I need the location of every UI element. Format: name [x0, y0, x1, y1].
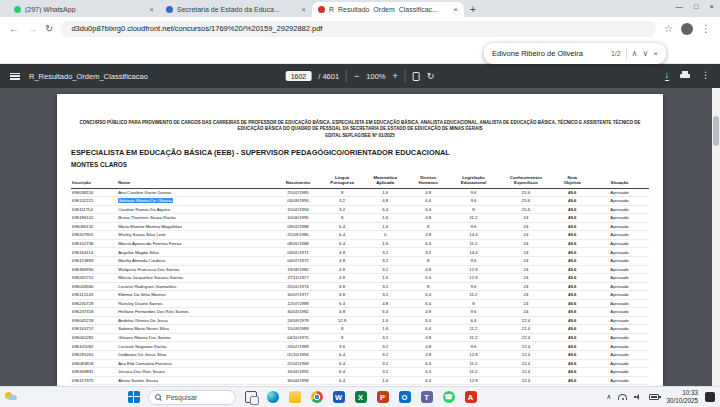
taskbar-app-excel-icon[interactable]: X — [353, 390, 368, 405]
tab-secretaria[interactable]: Secretaria de Estado da Educa... × — [160, 2, 312, 17]
close-window-button[interactable]: × — [710, 2, 714, 11]
zoom-in-button[interactable]: + — [393, 72, 398, 81]
table-cell: 6.4 — [321, 231, 363, 240]
taskbar-app-chrome-icon[interactable] — [309, 390, 324, 405]
table-cell: 22.4 — [498, 316, 555, 325]
bookmark-star-icon[interactable]: ☆ — [664, 24, 673, 34]
taskbar-app-edge-icon[interactable] — [265, 390, 280, 405]
table-cell: Aprovado — [590, 214, 649, 223]
table-row: 696132221Edivone Ribeiro De Oliveira03/0… — [71, 197, 649, 206]
taskbar-app-powerpoint-icon[interactable]: P — [375, 390, 390, 405]
table-cell: Marília Almeida Cardoso — [117, 256, 275, 265]
table-cell: 9.6 — [449, 222, 497, 231]
maximize-button[interactable]: □ — [694, 2, 699, 11]
table-cell: 696207901 — [71, 231, 117, 240]
table-cell: 4.8 — [321, 291, 363, 300]
notification-badge[interactable] — [705, 392, 715, 402]
task-view-glyph — [245, 391, 257, 403]
print-icon[interactable] — [680, 71, 690, 80]
table-cell: 6.4 — [407, 291, 449, 300]
taskbar-app-task-view-icon[interactable] — [243, 390, 258, 405]
excel-glyph: X — [355, 391, 367, 403]
table-cell: 11.2 — [449, 325, 497, 334]
download-icon[interactable]: ↓ — [665, 71, 670, 82]
column-header: Inscrição — [71, 175, 117, 188]
taskbar-app-whatsapp-icon[interactable]: ☎ — [441, 390, 456, 405]
taskbar-app-file-explorer-icon[interactable] — [287, 390, 302, 405]
wifi-icon[interactable] — [618, 394, 627, 400]
find-previous-icon[interactable]: ∧ — [632, 49, 638, 58]
tab-close-icon[interactable]: × — [301, 5, 306, 14]
table-cell: 696295261 — [71, 350, 117, 359]
table-cell: 11.2 — [449, 239, 497, 248]
table-cell: 6.4 — [363, 308, 407, 317]
taskbar-app-word-icon[interactable]: W — [331, 390, 346, 405]
table-cell: 22.4 — [498, 359, 555, 368]
table-cell: 03/09/1990 — [275, 197, 321, 206]
table-row: 696237318Helliane Fernandes Dos Reis San… — [71, 308, 649, 317]
find-in-page-bar: 1/2 ∧ ∨ × — [484, 43, 666, 64]
divider — [405, 70, 406, 82]
table-cell: 696115143 — [71, 291, 117, 300]
tab-pdf-resultado[interactable]: R_Resultado_Ordem_Classificac... × — [312, 2, 464, 17]
table-cell: 6.4 — [407, 316, 449, 325]
pdf-page-controls: 1602 / 4601 − 100% + ↻ — [286, 70, 435, 82]
profile-avatar[interactable] — [681, 23, 693, 35]
table-cell: Aprovado — [590, 231, 649, 240]
table-cell: 49.6 — [554, 274, 590, 283]
table-row: 696157975Alexia Santos Souza30/04/19986.… — [71, 376, 649, 385]
table-cell: 4.8 — [321, 274, 363, 283]
table-cell: 4.8 — [407, 231, 449, 240]
table-cell: 49.6 — [554, 265, 590, 274]
scrollbar-thumb[interactable] — [713, 116, 719, 146]
table-cell: 1.6 — [363, 214, 407, 223]
browser-menu-icon[interactable]: ⋮ — [701, 24, 711, 34]
weather-widget-icon[interactable] — [5, 391, 17, 400]
tab-close-icon[interactable]: × — [149, 5, 154, 14]
url-field[interactable]: d3du0p87blxrg0.cloudfront.net/concursos/… — [61, 21, 656, 37]
start-button[interactable] — [126, 390, 141, 405]
divider — [346, 70, 347, 82]
table-cell: 6.4 — [321, 368, 363, 377]
page-number-input[interactable]: 1602 — [286, 71, 312, 81]
time-label: 10:33 — [666, 389, 698, 397]
pdf-toolbar-actions: ↓ ⋮ — [665, 71, 711, 82]
table-cell: 14.4 — [449, 248, 497, 257]
battery-icon[interactable] — [649, 394, 659, 400]
fit-page-icon[interactable] — [413, 72, 420, 81]
taskbar-app-acrobat-icon[interactable]: A — [463, 390, 478, 405]
table-row: 696105082Lucivani Nogueira Rocha23/07/19… — [71, 342, 649, 351]
taskbar-app-outlook-icon[interactable]: O — [397, 390, 412, 405]
forward-icon[interactable]: → — [27, 24, 37, 34]
new-tab-button[interactable]: + — [470, 4, 476, 15]
find-next-icon[interactable]: ∨ — [642, 49, 648, 58]
table-cell: Márcia Aparecida Ferreira Ferraz — [117, 239, 275, 248]
table-cell: Aprovado — [590, 333, 649, 342]
tray-chevron-icon[interactable]: ∧ — [606, 393, 611, 401]
zoom-out-button[interactable]: − — [354, 72, 359, 81]
refresh-icon[interactable]: ↻ — [45, 24, 53, 34]
taskbar-search[interactable]: Pesquisar — [148, 390, 236, 405]
outlook-glyph: O — [399, 391, 411, 403]
taskbar-app-teams-icon[interactable]: T — [419, 390, 434, 405]
pdf-more-icon[interactable]: ⋮ — [701, 71, 710, 80]
rotate-icon[interactable]: ↻ — [427, 72, 435, 81]
table-cell: 4.8 — [407, 350, 449, 359]
volume-icon[interactable] — [634, 394, 642, 401]
table-cell: 696349891 — [71, 368, 117, 377]
scrollbar-track[interactable] — [712, 88, 720, 386]
table-cell: 9.6 — [449, 342, 497, 351]
table-cell: 6.4 — [449, 316, 497, 325]
menu-icon[interactable] — [10, 73, 20, 80]
clock[interactable]: 10:33 30/10/2025 — [666, 389, 698, 405]
find-input[interactable] — [492, 49, 606, 58]
table-cell: 696034940 — [71, 282, 117, 291]
minimize-button[interactable]: — — [676, 2, 684, 11]
find-close-icon[interactable]: × — [653, 49, 658, 58]
table-cell: 49.6 — [554, 231, 590, 240]
tab-whatsapp[interactable]: (297) WhatsApp × — [8, 2, 160, 17]
table-row: 696164114Angelita Magda Silva03/01/19714… — [71, 248, 649, 257]
tab-close-icon[interactable]: × — [453, 5, 458, 14]
table-cell: 24 — [498, 265, 555, 274]
back-icon[interactable]: ← — [9, 24, 19, 34]
